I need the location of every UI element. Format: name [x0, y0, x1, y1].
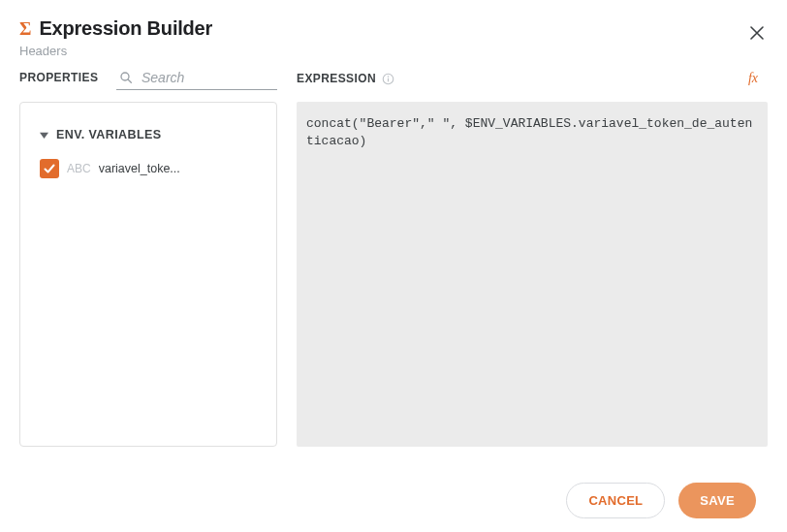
- close-button[interactable]: [746, 21, 768, 47]
- save-button[interactable]: SAVE: [678, 483, 756, 518]
- search-input[interactable]: [142, 70, 268, 85]
- properties-label: PROPERTIES: [19, 71, 116, 90]
- search-field[interactable]: [116, 68, 277, 90]
- group-label: ENV. VARIABLES: [56, 128, 161, 141]
- main-content: ENV. VARIABLES ABC variavel_toke... conc…: [0, 90, 787, 447]
- cancel-button[interactable]: CANCEL: [566, 483, 665, 518]
- properties-panel: ENV. VARIABLES ABC variavel_toke...: [19, 102, 277, 447]
- info-icon[interactable]: [382, 73, 394, 85]
- variable-row[interactable]: ABC variavel_toke...: [40, 159, 257, 178]
- title-row: Σ Expression Builder: [19, 17, 212, 40]
- dialog-title: Expression Builder: [39, 17, 212, 40]
- sigma-icon: Σ: [19, 19, 31, 38]
- variable-name: variavel_toke...: [99, 162, 180, 175]
- header-left: Σ Expression Builder Headers: [19, 17, 212, 58]
- collapse-icon: [40, 131, 48, 140]
- checkbox-checked-icon[interactable]: [40, 159, 59, 178]
- search-icon: [118, 70, 134, 85]
- dialog-header: Σ Expression Builder Headers: [0, 0, 787, 62]
- svg-line-1: [128, 79, 131, 82]
- code-area[interactable]: concat("Bearer"," ", $ENV_VARIABLES.vari…: [306, 115, 758, 433]
- expression-editor[interactable]: concat("Bearer"," ", $ENV_VARIABLES.vari…: [297, 102, 768, 447]
- svg-point-3: [388, 76, 389, 77]
- toolbar: PROPERTIES EXPRESSION fx: [0, 68, 787, 90]
- dialog-subtitle: Headers: [19, 44, 212, 58]
- group-header[interactable]: ENV. VARIABLES: [40, 128, 257, 141]
- dialog-footer: CANCEL SAVE: [566, 483, 756, 518]
- expression-label-group: EXPRESSION: [297, 72, 394, 85]
- expression-header: EXPRESSION fx: [297, 71, 768, 90]
- fx-icon[interactable]: fx: [748, 71, 758, 86]
- close-icon: [750, 24, 764, 44]
- expression-label: EXPRESSION: [297, 72, 376, 85]
- svg-rect-4: [388, 78, 389, 81]
- variable-type: ABC: [67, 162, 91, 175]
